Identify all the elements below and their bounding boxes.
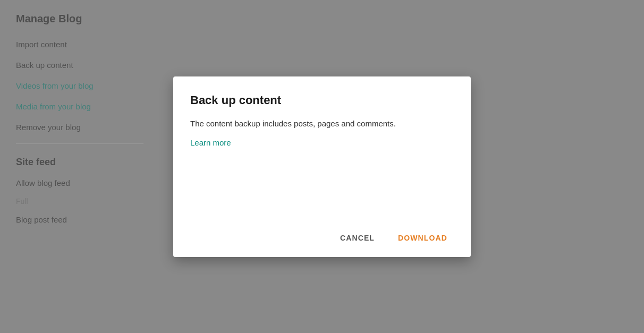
dialog-actions: CANCEL DOWNLOAD bbox=[190, 221, 454, 246]
cancel-button[interactable]: CANCEL bbox=[334, 229, 381, 246]
dialog-spacer bbox=[190, 147, 454, 189]
dialog-title: Back up content bbox=[190, 93, 454, 107]
overlay: Back up content The content backup inclu… bbox=[0, 0, 644, 333]
learn-more-link[interactable]: Learn more bbox=[190, 138, 454, 147]
dialog: Back up content The content backup inclu… bbox=[173, 76, 471, 257]
dialog-body: The content backup includes posts, pages… bbox=[190, 118, 454, 130]
download-button[interactable]: DOWNLOAD bbox=[392, 229, 454, 246]
